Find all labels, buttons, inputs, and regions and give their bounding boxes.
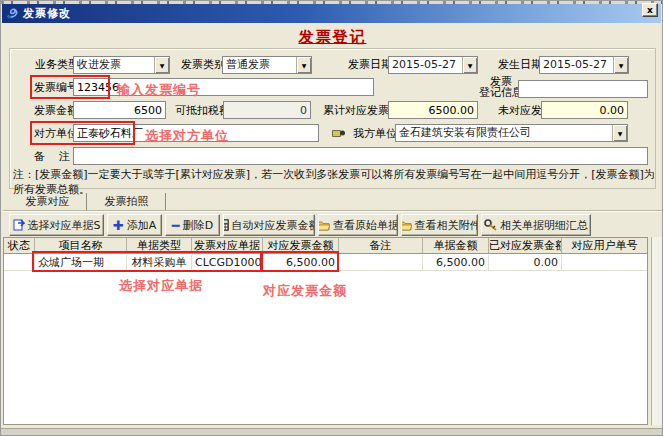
- chevron-down-icon[interactable]: ▼: [296, 57, 311, 73]
- cell-remark[interactable]: [339, 255, 423, 271]
- select-doc-button[interactable]: 选择对应单据S: [9, 214, 104, 236]
- col-doc-amount[interactable]: 单据金额: [423, 238, 489, 253]
- remark-label: 备 注: [34, 150, 70, 164]
- accumulated-label: 累计对应发票: [323, 104, 389, 118]
- counterparty-hint: 选择对方单位: [145, 127, 229, 145]
- select-doc-icon: [13, 219, 25, 231]
- business-type-value: 收进发票: [74, 57, 154, 73]
- invoice-category-select[interactable]: 普通发票 ▼: [222, 56, 312, 74]
- chevron-down-icon[interactable]: ▼: [613, 57, 628, 73]
- our-unit-label: 我方单位: [353, 127, 397, 141]
- table-vertical-scrollbar[interactable]: [651, 237, 662, 425]
- auto-match-button[interactable]: 自动对应发票金额: [223, 214, 315, 236]
- unmatched-input: [541, 101, 628, 119]
- amount-hint: 对应发票金额: [263, 282, 347, 300]
- tab-invoice-photo[interactable]: 发票拍照: [88, 193, 166, 210]
- chevron-down-icon[interactable]: ▼: [462, 57, 477, 73]
- page-title: 发票登记: [1, 28, 663, 47]
- view-attachment-button[interactable]: 查看相关附件: [401, 214, 478, 236]
- minus-icon: ━: [172, 218, 180, 233]
- deductible-tax-input: [223, 101, 311, 119]
- add-label: 添加A: [127, 218, 157, 233]
- col-matched-amount[interactable]: 已对应发票金额: [489, 238, 562, 253]
- browse-unit-icon[interactable]: [331, 126, 346, 139]
- plus-icon: ✚: [113, 218, 124, 233]
- invoice-date-value: 2015-05-27: [389, 57, 462, 73]
- summary-key-icon: [484, 219, 497, 231]
- occur-date-label: 发生日期: [498, 58, 542, 72]
- chevron-down-icon[interactable]: ▼: [612, 125, 627, 141]
- invoice-date-select[interactable]: 2015-05-27 ▼: [388, 56, 478, 74]
- delete-label: 删除D: [183, 218, 213, 233]
- detail-summary-button[interactable]: 相关单据明细汇总: [481, 214, 591, 236]
- window-bottom-border: [1, 428, 663, 435]
- counterparty-highlight-box: [30, 121, 135, 145]
- tab-invoice-match[interactable]: 发票对应: [9, 193, 87, 210]
- reg-info-input[interactable]: [518, 80, 648, 98]
- delete-button[interactable]: ━ 删除D: [165, 214, 220, 236]
- invoice-edit-window: 发票修改 x 发票登记 业务类型 收进发票 ▼ 发票类别 普通发票 ▼ 发票日期…: [0, 0, 663, 436]
- cell-doc-amount[interactable]: 6,500.00: [423, 255, 489, 271]
- occur-date-value: 2015-05-27: [540, 57, 613, 73]
- add-button[interactable]: ✚ 添加A: [107, 214, 162, 236]
- col-status[interactable]: 状态: [4, 238, 35, 253]
- invoice-amount-label: 发票金额: [34, 104, 78, 118]
- deductible-tax-label: 可抵扣税额: [175, 104, 230, 118]
- occur-date-select[interactable]: 2015-05-27 ▼: [539, 56, 629, 74]
- business-type-select[interactable]: 收进发票 ▼: [73, 56, 170, 74]
- invoice-no-highlight-box: [30, 75, 110, 99]
- col-remark[interactable]: 备注: [339, 238, 423, 253]
- window-title: 发票修改: [23, 6, 71, 21]
- our-unit-select[interactable]: 金石建筑安装有限责任公司 ▼: [395, 124, 628, 142]
- app-icon: [6, 7, 19, 20]
- close-icon[interactable]: x: [642, 3, 658, 17]
- folder-icon: [318, 220, 330, 231]
- title-bar[interactable]: 发票修改: [2, 4, 661, 23]
- invoice-no-hint: 输入发票编号: [117, 81, 201, 99]
- accumulated-input: [388, 101, 478, 119]
- invoice-amount-input[interactable]: [73, 101, 166, 119]
- calculator-icon: [223, 219, 229, 231]
- select-doc-hint: 选择对应单据: [119, 277, 203, 295]
- invoice-category-label: 发票类别: [181, 58, 225, 72]
- invoice-category-value: 普通发票: [223, 57, 296, 73]
- col-user-doc-no[interactable]: 对应用户单号: [562, 238, 647, 253]
- auto-match-label: 自动对应发票金额: [232, 218, 316, 233]
- select-doc-label: 选择对应单据S: [28, 218, 101, 233]
- cell-status[interactable]: [4, 255, 35, 271]
- view-attachment-label: 查看相关附件: [415, 218, 479, 233]
- cell-user-doc-no[interactable]: [562, 255, 647, 271]
- detail-summary-label: 相关单据明细汇总: [500, 218, 588, 233]
- remark-input[interactable]: [73, 147, 648, 165]
- chevron-down-icon[interactable]: ▼: [154, 57, 169, 73]
- invoice-date-label: 发票日期: [348, 58, 392, 72]
- amount-highlight-box: [261, 251, 339, 272]
- cell-matched-amount[interactable]: 0.00: [489, 255, 562, 271]
- our-unit-value: 金石建筑安装有限责任公司: [396, 125, 612, 141]
- folder-icon: [401, 220, 412, 231]
- row-highlight-box: [32, 251, 262, 272]
- view-original-button[interactable]: 查看原始单据: [318, 214, 398, 236]
- toolbar: 选择对应单据S ✚ 添加A ━ 删除D 自动对应发票金额 查看原始单据 查看相: [3, 210, 662, 237]
- view-original-label: 查看原始单据: [333, 218, 398, 233]
- reg-info-label-line2: 登记信息: [479, 86, 523, 100]
